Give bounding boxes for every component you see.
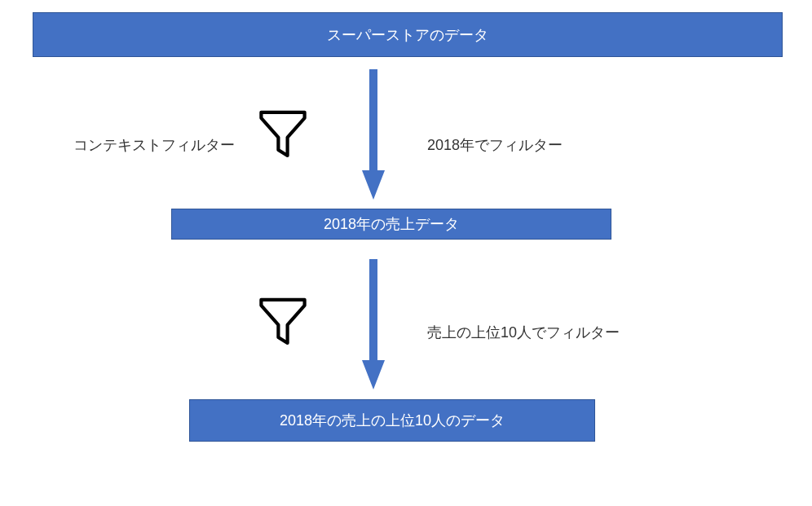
svg-marker-0 <box>362 69 385 200</box>
filtered-2018-label: 2018年の売上データ <box>324 214 459 234</box>
arrow-down-icon <box>362 259 385 389</box>
funnel-icon <box>254 292 311 349</box>
result-box: 2018年の売上の上位10人のデータ <box>189 399 595 442</box>
filter-2018-label: 2018年でフィルター <box>427 135 563 155</box>
data-source-label: スーパーストアのデータ <box>327 25 488 45</box>
filtered-2018-box: 2018年の売上データ <box>171 209 611 240</box>
svg-marker-1 <box>362 259 385 389</box>
result-label: 2018年の売上の上位10人のデータ <box>280 411 505 430</box>
funnel-icon <box>254 104 311 161</box>
filter-top10-label: 売上の上位10人でフィルター <box>427 323 620 342</box>
arrow-down-icon <box>362 69 385 200</box>
data-source-box: スーパーストアのデータ <box>33 12 783 57</box>
context-filter-label: コンテキストフィルター <box>73 135 235 155</box>
